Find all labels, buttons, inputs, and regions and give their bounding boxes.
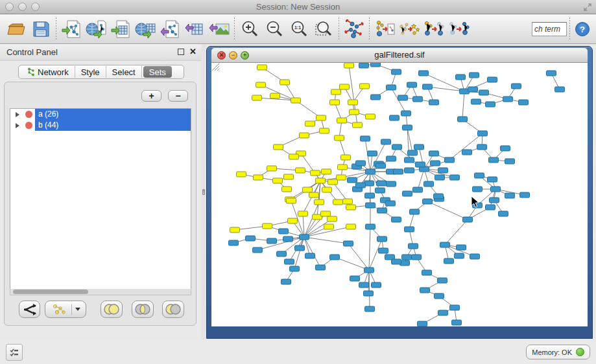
tab-sets[interactable]: Sets bbox=[143, 66, 172, 78]
resize-grip-icon[interactable] bbox=[211, 63, 220, 71]
control-panel: Control Panel ✕ Network Style Select Set… bbox=[0, 44, 201, 340]
set-operations bbox=[5, 301, 196, 320]
new-network-from-selection-icon bbox=[374, 19, 396, 40]
toolbar-separator bbox=[369, 17, 370, 41]
memory-status-button[interactable]: Memory: OK bbox=[526, 345, 590, 359]
intersection-sets-button[interactable] bbox=[132, 301, 154, 318]
status-bar: Memory: OK bbox=[0, 340, 596, 364]
list-item[interactable]: b (44) bbox=[10, 120, 191, 131]
control-panel-header: Control Panel ✕ bbox=[0, 44, 201, 61]
set-label: b (44) bbox=[35, 120, 191, 131]
expander-icon[interactable] bbox=[16, 112, 19, 117]
tab-select-label: Select bbox=[112, 67, 136, 77]
export-network-button[interactable] bbox=[158, 17, 182, 41]
import-table-web-button[interactable] bbox=[133, 17, 158, 41]
save-session-button[interactable] bbox=[29, 17, 53, 41]
open-folder-button[interactable] bbox=[4, 17, 29, 41]
sets-list[interactable]: a (26) b (44) bbox=[10, 108, 191, 291]
set-label: a (26) bbox=[35, 109, 191, 120]
frame-close-button[interactable]: ✕ bbox=[217, 51, 226, 60]
app-window: Session: New Session bbox=[0, 0, 596, 364]
network-tab-icon bbox=[27, 67, 35, 76]
select-first-neighbors-button[interactable] bbox=[397, 17, 422, 41]
zoom-in-button[interactable] bbox=[237, 17, 262, 41]
zoom-fit-selected-icon bbox=[314, 19, 333, 39]
import-network-file-button[interactable] bbox=[59, 17, 84, 41]
toolbar-separator bbox=[569, 17, 570, 41]
memory-ok-indicator bbox=[576, 348, 584, 356]
network-svg[interactable] bbox=[211, 63, 588, 326]
split-sets-button[interactable] bbox=[19, 301, 40, 318]
zoom-actual-size-button[interactable]: 1:1 bbox=[287, 17, 311, 41]
zoom-out-icon bbox=[265, 19, 284, 39]
hide-unselected-button[interactable] bbox=[446, 17, 471, 41]
zoom-actual-size-icon: 1:1 bbox=[289, 19, 309, 39]
scrollbar-thumb[interactable] bbox=[13, 290, 88, 294]
float-panel-icon[interactable] bbox=[178, 49, 184, 55]
help-button[interactable]: ? bbox=[573, 17, 592, 41]
tab-style-label: Style bbox=[81, 67, 100, 77]
new-network-selected-nodes-icon bbox=[423, 19, 445, 40]
frame-minimize-button[interactable]: − bbox=[229, 51, 237, 60]
network-canvas[interactable] bbox=[211, 63, 588, 326]
fullscreen-icon[interactable] bbox=[583, 3, 592, 12]
memory-status-label: Memory: OK bbox=[532, 348, 572, 356]
apply-layout-button[interactable] bbox=[342, 17, 366, 41]
export-image-button[interactable] bbox=[207, 17, 232, 41]
splitter-handle-icon[interactable] bbox=[202, 189, 205, 195]
app-titlebar[interactable]: Session: New Session bbox=[0, 0, 596, 14]
zoom-fit-selected-button[interactable] bbox=[311, 17, 336, 41]
network-frame[interactable]: ✕ − + galFiltered.sif bbox=[206, 46, 593, 339]
search-input[interactable] bbox=[532, 22, 567, 36]
toolbar: 1:1 bbox=[0, 15, 596, 44]
new-network-selected-nodes-button[interactable] bbox=[422, 17, 446, 41]
import-table-file-icon bbox=[110, 19, 131, 40]
toolbar-separator bbox=[56, 17, 56, 41]
import-network-file-icon bbox=[61, 19, 82, 40]
hide-unselected-icon bbox=[447, 19, 470, 40]
horizontal-scrollbar[interactable] bbox=[10, 289, 191, 295]
export-table-icon bbox=[184, 19, 205, 40]
create-set-from-selected-button[interactable] bbox=[45, 301, 86, 318]
import-network-web-icon bbox=[85, 19, 107, 40]
control-panel-tabs: Network Style Select Sets bbox=[18, 65, 184, 79]
import-network-web-button[interactable] bbox=[84, 17, 108, 41]
window-title: Session: New Session bbox=[0, 2, 596, 12]
save-icon bbox=[31, 19, 51, 39]
tab-network[interactable]: Network bbox=[21, 66, 75, 78]
zoom-in-icon bbox=[240, 19, 259, 39]
network-frame-title: galFiltered.sif bbox=[211, 48, 588, 60]
add-set-button[interactable]: + bbox=[141, 90, 161, 102]
svg-text:?: ? bbox=[580, 25, 585, 34]
difference-venn-icon bbox=[164, 303, 182, 315]
frame-window-controls: ✕ − + bbox=[217, 51, 249, 60]
sets-panel: + − a (26) b (44) bbox=[4, 82, 197, 326]
remove-set-button[interactable]: − bbox=[168, 90, 188, 102]
tab-network-label: Network bbox=[38, 67, 69, 77]
close-panel-icon[interactable]: ✕ bbox=[189, 47, 197, 56]
new-network-from-selection-button[interactable] bbox=[372, 17, 397, 41]
panel-splitter[interactable] bbox=[201, 44, 206, 340]
frame-maximize-button[interactable]: + bbox=[241, 51, 249, 60]
zoom-out-button[interactable] bbox=[262, 17, 287, 41]
dropdown-arrow-icon[interactable] bbox=[75, 308, 80, 311]
list-item[interactable]: a (26) bbox=[10, 109, 191, 120]
export-table-button[interactable] bbox=[182, 17, 207, 41]
network-frame-titlebar[interactable]: ✕ − + galFiltered.sif bbox=[211, 48, 588, 63]
task-history-button[interactable] bbox=[6, 344, 23, 361]
difference-sets-button[interactable] bbox=[162, 301, 184, 318]
tab-sets-label: Sets bbox=[149, 67, 166, 77]
apply-layout-icon bbox=[343, 19, 365, 40]
import-table-file-button[interactable] bbox=[108, 17, 133, 41]
union-venn-icon bbox=[102, 303, 121, 315]
export-network-icon bbox=[160, 19, 180, 40]
expander-icon[interactable] bbox=[16, 123, 19, 128]
task-list-icon bbox=[9, 347, 19, 358]
tab-style[interactable]: Style bbox=[75, 66, 106, 78]
union-sets-button[interactable] bbox=[101, 301, 123, 318]
select-first-neighbors-icon bbox=[398, 19, 420, 40]
open-folder-icon bbox=[6, 19, 27, 40]
tab-select[interactable]: Select bbox=[106, 66, 142, 78]
help-icon: ? bbox=[575, 21, 590, 37]
toolbar-separator bbox=[339, 17, 339, 41]
